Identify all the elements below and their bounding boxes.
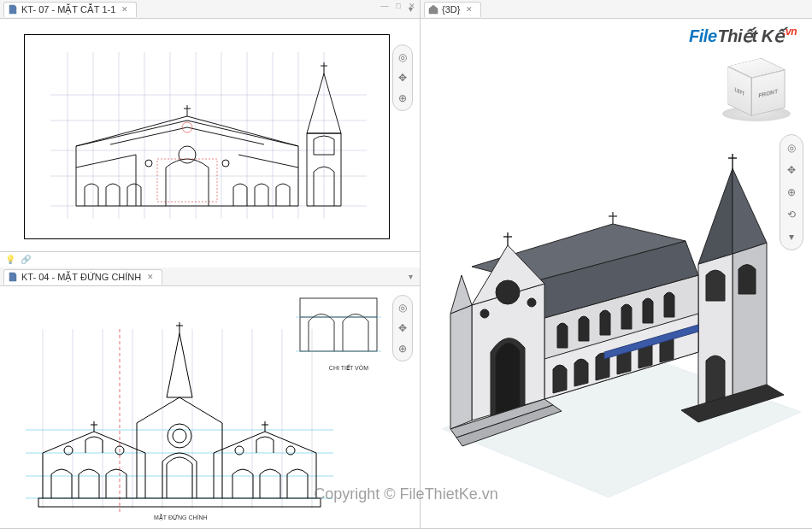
navbar: ◎ ✥ ⊕ [392,295,413,361]
svg-marker-76 [450,305,472,429]
tab-label: KT- 04 - MẶT ĐỨNG CHÍNH [21,272,141,283]
svg-point-16 [179,146,196,163]
nav-wheel-icon[interactable]: ◎ [395,300,410,315]
svg-rect-24 [157,159,217,202]
svg-point-73 [496,280,520,304]
tabbar-bottom-left: KT- 04 - MẶT ĐỨNG CHÍNH ✕ ▾ [0,267,420,286]
home-icon [428,4,438,15]
canvas-elevation[interactable]: CHI TIẾT VÒM [0,286,420,528]
svg-point-75 [527,298,536,307]
svg-point-55 [235,446,244,455]
nav-pan-icon[interactable]: ✥ [395,320,410,336]
navbar: ◎ ✥ ⊕ [392,44,413,111]
svg-marker-60 [698,168,733,264]
drawing-label: MẶT ĐỨNG CHÍNH [154,514,208,521]
nav-zoom-icon[interactable]: ⊕ [395,341,410,356]
tab-elevation[interactable]: KT- 04 - MẶT ĐỨNG CHÍNH ✕ [3,269,162,285]
maximize-icon[interactable]: □ [392,1,404,11]
nav-pan-icon[interactable]: ✥ [395,70,410,85]
tab-label: KT- 07 - MẶT CẮT 1-1 [21,4,115,15]
model-3d [421,19,812,528]
nav-wheel-icon[interactable]: ◎ [395,50,410,65]
svg-point-18 [222,160,229,167]
tabbar-top-left: KT- 07 - MẶT CẮT 1-1 ✕ ▾ [0,0,420,19]
section-drawing [25,35,391,240]
svg-point-52 [173,429,186,443]
sheet-icon [8,4,18,15]
svg-point-51 [168,424,191,448]
tab-label: {3D} [442,4,460,15]
svg-point-17 [145,160,152,167]
pane-section-1-1: KT- 07 - MẶT CẮT 1-1 ✕ ▾ — □ ✕ [0,0,420,252]
sheet-icon [8,272,18,282]
close-icon[interactable]: ✕ [465,5,474,14]
tabbar-3d: {3D} ✕ [421,0,812,19]
pane-front-elevation: 💡 🔗 KT- 04 - MẶT ĐỨNG CHÍNH ✕ ▾ [0,252,420,529]
canvas-3d[interactable]: FileThiết Kế.vn FRONT LEFT ◎ ✥ [421,19,812,528]
pane-3d: {3D} ✕ FileThiết Kế.vn FRONT LEFT [421,0,812,529]
nav-zoom-icon[interactable]: ⊕ [395,91,410,106]
svg-rect-44 [38,498,321,507]
svg-point-53 [64,446,73,455]
chevron-down-icon[interactable]: ▾ [404,271,416,283]
link-icon[interactable]: 🔗 [21,255,31,264]
elevation-drawing [9,303,410,526]
close-icon[interactable]: ✕ [121,5,129,14]
minimize-icon[interactable]: — [379,1,391,11]
svg-point-56 [286,446,295,455]
svg-point-74 [480,309,489,318]
svg-marker-61 [733,168,767,254]
tab-3d[interactable]: {3D} ✕ [424,2,481,17]
close-icon[interactable]: ✕ [406,1,418,11]
tab-section[interactable]: KT- 07 - MẶT CẮT 1-1 ✕ [3,2,137,17]
bulb-icon[interactable]: 💡 [5,255,15,264]
canvas-section[interactable]: ◎ ✥ ⊕ [0,19,420,251]
close-icon[interactable]: ✕ [146,273,155,281]
viewctrl-top: 💡 🔗 [5,255,31,264]
